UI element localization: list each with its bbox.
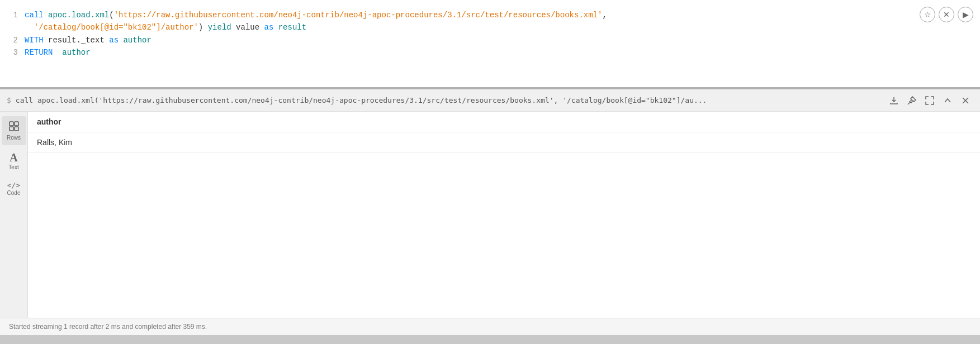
line-content-2[interactable]: WITH result._text as author	[25, 34, 946, 46]
close-button[interactable]: ✕	[939, 7, 954, 22]
token-author1: author	[123, 36, 151, 45]
result-toolbar	[886, 93, 973, 108]
svg-rect-3	[10, 122, 13, 126]
results-sidebar: Rows A Text </> Code	[0, 112, 28, 318]
command-prompt: $	[7, 96, 11, 104]
code-editor: 1 call apoc.load.xml('https://raw.github…	[9, 9, 946, 59]
star-button[interactable]: ☆	[920, 7, 935, 22]
editor-line-2: 2 WITH result._text as author	[9, 34, 946, 46]
code-label: Code	[7, 190, 21, 196]
code-view-button[interactable]: </> Code	[2, 177, 26, 200]
token-fn: apoc.load.xml	[48, 11, 109, 20]
status-bar: Started streaming 1 record after 2 ms an…	[0, 318, 980, 335]
token-comma: ,	[602, 11, 607, 20]
editor-panel: ☆ ✕ ▶ 1 call apoc.load.xml('https://raw.…	[0, 0, 980, 89]
token-return: RETURN	[25, 48, 53, 57]
text-icon: A	[10, 152, 17, 163]
pin-button[interactable]	[904, 93, 920, 108]
collapse-button[interactable]	[940, 93, 955, 108]
token-space	[273, 23, 278, 32]
svg-rect-6	[15, 127, 18, 131]
download-button[interactable]	[886, 93, 902, 108]
rows-icon	[8, 121, 20, 133]
token-as2: as	[109, 36, 119, 45]
text-label: Text	[8, 164, 18, 170]
column-header-author: author	[28, 112, 980, 132]
close-result-button[interactable]	[958, 93, 973, 108]
svg-rect-4	[15, 122, 18, 126]
text-view-button[interactable]: A Text	[2, 147, 26, 175]
line-number-3: 3	[9, 46, 18, 59]
line-content-1[interactable]: call apoc.load.xml('https://raw.githubus…	[25, 9, 946, 21]
status-text: Started streaming 1 record after 2 ms an…	[9, 323, 207, 331]
token-paren: (	[109, 11, 113, 20]
line-number-2: 2	[9, 34, 18, 46]
results-table-area: author Ralls, Kim	[28, 112, 980, 318]
results-table: author Ralls, Kim	[28, 112, 980, 153]
rows-label: Rows	[7, 135, 21, 141]
token-with: WITH	[25, 36, 44, 45]
code-icon: </>	[7, 181, 20, 189]
expand-button[interactable]	[922, 93, 938, 108]
token-paren2: )	[198, 23, 208, 32]
results-main: Rows A Text </> Code author	[0, 112, 980, 318]
table-header-row: author	[28, 112, 980, 132]
token-str1: 'https://raw.githubusercontent.com/neo4j…	[114, 11, 603, 20]
token-yield: yield	[208, 23, 231, 32]
svg-line-0	[908, 102, 910, 104]
token-author2: author	[62, 48, 90, 57]
editor-toolbar: ☆ ✕ ▶	[920, 7, 973, 22]
editor-line-1b: '/catalog/book[@id="bk102"]/author') yie…	[9, 21, 946, 34]
table-row: Ralls, Kim	[28, 132, 980, 153]
token-as1: as	[264, 23, 274, 32]
line-number-1: 1	[9, 9, 18, 21]
editor-line-3: 3 RETURN author	[9, 46, 946, 59]
command-text: call apoc.load.xml('https://raw.githubus…	[16, 96, 882, 104]
cell-author: Ralls, Kim	[28, 132, 980, 153]
command-bar: $ call apoc.load.xml('https://raw.github…	[0, 89, 980, 112]
editor-line-1: 1 call apoc.load.xml('https://raw.github…	[9, 9, 946, 21]
svg-rect-5	[10, 127, 13, 131]
token-value: value	[231, 23, 264, 32]
play-button[interactable]: ▶	[958, 7, 973, 22]
rows-view-button[interactable]: Rows	[2, 116, 26, 145]
token-str2: '/catalog/book[@id="bk102"]/author'	[25, 23, 198, 32]
line-content-3[interactable]: RETURN author	[25, 46, 946, 59]
token-result: result	[278, 23, 306, 32]
token-result-text: result._text	[44, 36, 110, 45]
line-content-1b[interactable]: '/catalog/book[@id="bk102"]/author') yie…	[25, 21, 946, 34]
results-panel: $ call apoc.load.xml('https://raw.github…	[0, 89, 980, 335]
token-call: call	[25, 11, 48, 20]
token-space3	[53, 48, 62, 57]
